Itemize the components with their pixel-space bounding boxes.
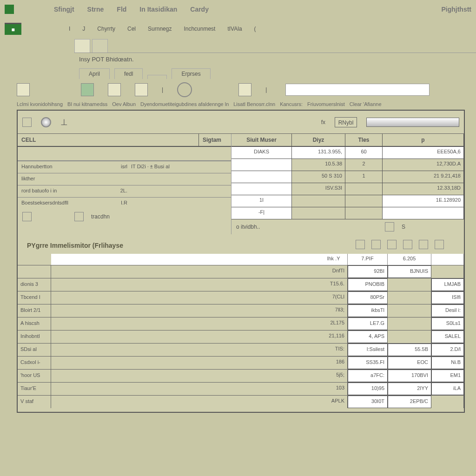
td[interactable]: 131.3.955,: [292, 147, 345, 159]
td[interactable]: DIAKS: [231, 147, 292, 159]
cell[interactable]: 2.D/l: [431, 344, 464, 356]
menu-item-1[interactable]: Sfingjt: [54, 6, 74, 13]
tool-icon-2[interactable]: [81, 83, 94, 96]
ribbon-tab-7[interactable]: tIVAla: [227, 26, 242, 32]
menu-item-5[interactable]: Cardy: [190, 6, 209, 13]
ribbon-tab-5[interactable]: Surnnegz: [148, 26, 172, 32]
cell[interactable]: Ni.B: [431, 357, 464, 369]
cell[interactable]: LMJAB: [431, 278, 464, 291]
cell[interactable]: 186: [320, 357, 348, 369]
ribbon-tab-6[interactable]: Inchcunmest: [184, 26, 215, 32]
cell[interactable]: [388, 291, 431, 304]
cell[interactable]: TIS:: [320, 344, 348, 356]
td[interactable]: [231, 183, 292, 195]
tool-icon-4[interactable]: [135, 83, 148, 96]
td[interactable]: EEE50A,6: [383, 147, 464, 159]
cell[interactable]: 10)95: [348, 383, 388, 395]
lt-icon-4[interactable]: [403, 240, 412, 249]
cell[interactable]: l:Ssilest: [348, 344, 388, 356]
cell[interactable]: [388, 278, 431, 291]
ribbon-tab-2[interactable]: J: [82, 26, 85, 32]
cell[interactable]: 170BVI: [388, 370, 431, 382]
cell[interactable]: 7ll3;: [320, 304, 348, 317]
td[interactable]: 1E.128920: [383, 195, 464, 207]
arrow-icon[interactable]: [74, 212, 84, 221]
lt-icon-2[interactable]: [371, 240, 381, 249]
td[interactable]: 21 9.21,418: [383, 171, 464, 183]
cell[interactable]: ISIfi: [431, 291, 464, 304]
menu-right[interactable]: Pighjthstt: [441, 6, 471, 13]
sheet-tab-3[interactable]: [147, 75, 167, 79]
td[interactable]: ISV.S3I: [292, 183, 345, 195]
cell[interactable]: 21,116: [320, 331, 348, 343]
tool-clock-icon[interactable]: [177, 82, 192, 97]
menu-item-3[interactable]: Fld: [117, 6, 126, 13]
td[interactable]: 60: [345, 147, 383, 159]
cell[interactable]: 92BI: [348, 265, 388, 278]
file-tab-1[interactable]: [74, 39, 90, 53]
cell[interactable]: 5j5;: [320, 370, 348, 382]
cell[interactable]: EM1: [431, 370, 464, 382]
chart-icon[interactable]: [22, 212, 32, 221]
ribbon-tab-3[interactable]: Chyrrty: [97, 26, 115, 32]
ribbon-tab-1[interactable]: I: [69, 26, 70, 32]
td[interactable]: 1I: [231, 195, 292, 207]
cell[interactable]: [388, 304, 431, 317]
sheet-tab-4[interactable]: Erprses: [172, 68, 210, 79]
fx-icon[interactable]: fx: [321, 119, 325, 126]
cell[interactable]: 7(CLl: [320, 291, 348, 304]
cell[interactable]: a7FC:: [348, 370, 388, 382]
cell[interactable]: DnfTl: [320, 265, 348, 278]
zoom-slider[interactable]: [366, 118, 459, 127]
ribbon-tab-8[interactable]: (: [254, 26, 256, 32]
cell[interactable]: SALEL: [431, 331, 464, 343]
tool-icon-5[interactable]: [238, 83, 251, 96]
td[interactable]: [383, 207, 464, 219]
cell[interactable]: PNOBIB: [348, 278, 388, 291]
cell[interactable]: [388, 331, 431, 343]
ribbon-tab-4[interactable]: Cel: [127, 26, 136, 32]
cell[interactable]: S0Ls1: [431, 317, 464, 330]
td[interactable]: [345, 183, 383, 195]
cell[interactable]: [431, 396, 464, 408]
menu-item-2[interactable]: Strne: [87, 6, 104, 13]
tool-icon-3[interactable]: [108, 83, 121, 96]
ruler-button[interactable]: RNybl: [335, 117, 357, 127]
td[interactable]: [345, 195, 383, 207]
td[interactable]: 12,730D.A: [383, 159, 464, 171]
td[interactable]: 1: [345, 171, 383, 183]
sheet-tab-1[interactable]: April: [79, 68, 110, 79]
td[interactable]: [231, 159, 292, 171]
tool-icon-1[interactable]: [17, 83, 30, 96]
td[interactable]: [292, 207, 345, 219]
td[interactable]: [231, 171, 292, 183]
cell[interactable]: EOC: [388, 357, 431, 369]
cell[interactable]: 2EPB/C: [388, 396, 431, 408]
cell[interactable]: 2IYY: [388, 383, 431, 395]
axis-icon[interactable]: ⊥: [60, 117, 68, 127]
file-tab-2[interactable]: [92, 39, 108, 53]
td[interactable]: 12.33,18D: [383, 183, 464, 195]
cell[interactable]: SS35.FI: [348, 357, 388, 369]
td[interactable]: [345, 207, 383, 219]
file-button[interactable]: ■: [5, 23, 21, 35]
cell[interactable]: ikbsTl: [348, 304, 388, 317]
td[interactable]: 10.5.38: [292, 159, 345, 171]
cell[interactable]: 80PSr: [348, 291, 388, 304]
sphere-icon[interactable]: [41, 117, 51, 127]
cell[interactable]: [388, 317, 431, 330]
cell[interactable]: iLA: [431, 383, 464, 395]
cell[interactable]: Desil i:: [431, 304, 464, 317]
td[interactable]: [292, 195, 345, 207]
panel-icon-1[interactable]: [22, 118, 32, 127]
lt-icon-3[interactable]: [387, 240, 397, 249]
cell[interactable]: LE7.G: [348, 317, 388, 330]
td[interactable]: 50 S 310: [292, 171, 345, 183]
cell[interactable]: 30I0T: [348, 396, 388, 408]
td[interactable]: 2: [345, 159, 383, 171]
magnify-icon[interactable]: [385, 222, 394, 231]
lt-icon-1[interactable]: [356, 240, 365, 249]
cell[interactable]: T15.6.: [320, 278, 348, 291]
cell[interactable]: 55.5B: [388, 344, 431, 356]
cell[interactable]: 2L175: [320, 317, 348, 330]
